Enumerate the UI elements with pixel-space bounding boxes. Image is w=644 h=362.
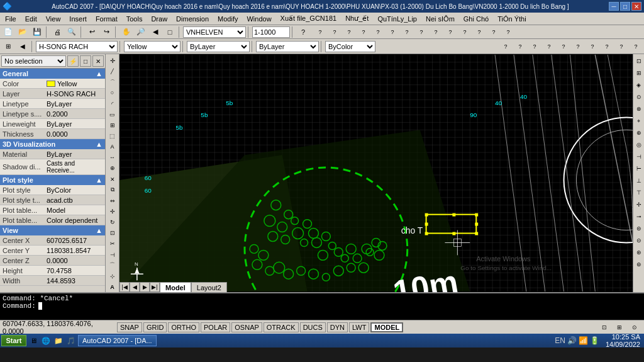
plot-section-header[interactable]: Plot style ▲: [0, 175, 105, 185]
menu-qutinly[interactable]: QuTínLy_Lip: [374, 13, 421, 25]
tool-circle[interactable]: ○: [107, 88, 118, 98]
menu-tools[interactable]: Tools: [123, 13, 147, 25]
menu-ghi[interactable]: Ghi Chó: [460, 13, 492, 25]
tb-icon-9[interactable]: ?: [429, 26, 443, 38]
menu-window[interactable]: Window: [243, 13, 275, 25]
rtool-15[interactable]: ⊜: [633, 223, 645, 234]
rtool-5[interactable]: ⊗: [633, 103, 645, 115]
tb-icon-1[interactable]: ?: [313, 26, 327, 38]
rtool-14[interactable]: ⊸: [633, 211, 645, 222]
tool-line[interactable]: ╱: [107, 66, 118, 76]
model-tab[interactable]: Model: [160, 282, 191, 292]
right-tb-9[interactable]: ?: [614, 40, 628, 53]
color-override-dropdown[interactable]: ByColor: [325, 41, 375, 52]
otrack-btn[interactable]: OTRACK: [264, 322, 299, 332]
tab-first-btn[interactable]: |◀: [119, 282, 130, 292]
redo-btn[interactable]: ↪: [99, 26, 113, 38]
right-tb-5[interactable]: ?: [557, 40, 570, 53]
menu-insert[interactable]: Insert: [65, 13, 91, 25]
tb-icon-10[interactable]: ?: [443, 26, 457, 38]
tool-polyline[interactable]: ⌒: [107, 77, 118, 87]
tool-move[interactable]: ✢: [107, 206, 118, 217]
rtool-3[interactable]: ◈: [633, 79, 645, 91]
tool-crosshair[interactable]: ✛: [107, 55, 118, 65]
rtool-13[interactable]: ✢: [633, 199, 645, 210]
cad-canvas-area[interactable]: 5b 5b 5b 90 40 40 60 60 10m cho T N: [119, 54, 633, 292]
media-btn[interactable]: 🎵: [65, 335, 77, 346]
rtool-17[interactable]: ⊛: [633, 247, 645, 258]
tb-icon-7[interactable]: ?: [400, 26, 414, 38]
color-dropdown[interactable]: Yellow: [124, 41, 180, 52]
statusbar-icon-2[interactable]: ⊞: [613, 321, 626, 334]
right-tb-1[interactable]: ?: [499, 40, 513, 53]
zoom-prev-btn[interactable]: ◀: [148, 26, 162, 38]
statusbar-icon-3[interactable]: ⊙: [628, 321, 641, 334]
tool-arc[interactable]: ◜: [107, 99, 118, 109]
tool-insert[interactable]: ⊕: [107, 163, 118, 173]
select-all-btn[interactable]: □: [80, 55, 91, 67]
rtool-12[interactable]: ⊤: [633, 187, 645, 198]
show-desktop-btn[interactable]: 🖥: [28, 335, 39, 346]
tool-wcs[interactable]: ⊹: [107, 271, 118, 281]
close-button[interactable]: ✕: [631, 2, 641, 11]
tb-icon-5[interactable]: ?: [371, 26, 385, 38]
layout2-tab[interactable]: Layout2: [191, 282, 227, 292]
right-tb-8[interactable]: ?: [600, 40, 614, 53]
right-tb-3[interactable]: ?: [528, 40, 541, 53]
ie-btn[interactable]: 🌐: [40, 335, 52, 346]
right-tb-6[interactable]: ?: [571, 40, 585, 53]
tab-next-btn[interactable]: ▶: [140, 282, 150, 292]
undo-btn[interactable]: ↩: [85, 26, 99, 38]
ducs-btn[interactable]: DUCS: [300, 322, 326, 332]
command-input-line[interactable]: Command:: [3, 302, 641, 310]
statusbar-icon-1[interactable]: ⊡: [597, 321, 611, 334]
layer-dropdown[interactable]: H-SONG RACH: [36, 41, 118, 52]
tool-fillet[interactable]: ⌒: [107, 261, 118, 271]
pan-btn[interactable]: ✋: [119, 26, 133, 38]
rtool-4[interactable]: ⊙: [633, 91, 645, 103]
right-tb-10[interactable]: ?: [629, 40, 643, 53]
osnap-btn[interactable]: OSNAP: [231, 322, 262, 332]
general-section-header[interactable]: General ▲: [0, 69, 105, 79]
menu-edit[interactable]: Edit: [21, 13, 41, 25]
viz3d-section-header[interactable]: 3D Visualization ▲: [0, 139, 105, 149]
new-btn[interactable]: 📄: [1, 26, 15, 38]
network-icon[interactable]: 📶: [579, 336, 588, 345]
rtool-6[interactable]: ⌖: [633, 115, 645, 127]
rtool-8[interactable]: ◎: [633, 139, 645, 150]
tab-prev-btn[interactable]: ◀: [130, 282, 140, 292]
tb-icon-8[interactable]: ?: [414, 26, 428, 38]
menu-file[interactable]: File: [1, 13, 20, 25]
right-tb-4[interactable]: ?: [542, 40, 556, 53]
menu-draw[interactable]: Draw: [147, 13, 171, 25]
tool-trim[interactable]: ✂: [107, 239, 118, 249]
minimize-button[interactable]: ─: [609, 2, 619, 11]
rtool-18[interactable]: ⊚: [633, 259, 645, 270]
tool-rect[interactable]: ▭: [107, 110, 118, 120]
folder-btn[interactable]: 📁: [53, 335, 64, 346]
rtool-7[interactable]: ⊕: [633, 127, 645, 139]
tool-region[interactable]: ⬚: [107, 131, 118, 141]
menu-nei[interactable]: Nei sIÔm: [422, 13, 458, 25]
battery-icon[interactable]: 🔋: [590, 336, 599, 345]
tool-mirror[interactable]: ⇔: [107, 196, 118, 206]
tool-textlabel[interactable]: A: [107, 282, 118, 292]
right-tb-7[interactable]: ?: [586, 40, 599, 53]
tb-icon-2[interactable]: ?: [328, 26, 341, 38]
view-section-header[interactable]: View ▲: [0, 225, 105, 235]
dyn-btn[interactable]: DYN: [327, 322, 348, 332]
layer-manager-btn[interactable]: ⊞: [1, 40, 15, 53]
ortho-btn[interactable]: ORTHO: [168, 322, 199, 332]
menu-dimension[interactable]: Dimension: [172, 13, 213, 25]
menu-tion[interactable]: TiÓn Ýthi: [494, 13, 530, 25]
menu-format[interactable]: Format: [92, 13, 121, 25]
right-tb-2[interactable]: ?: [513, 40, 527, 53]
linetype-dropdown[interactable]: ByLayer: [187, 41, 250, 52]
tb-icon-6[interactable]: ?: [386, 26, 399, 38]
snap-btn[interactable]: SNAP: [117, 322, 142, 332]
tool-rotate[interactable]: ↻: [107, 217, 118, 227]
tool-text[interactable]: A: [107, 142, 118, 152]
menu-xuat[interactable]: Xuất file_GCN181: [277, 13, 341, 25]
layer-prev-btn[interactable]: ◀: [16, 40, 30, 53]
rtool-16[interactable]: ⊝: [633, 235, 645, 246]
